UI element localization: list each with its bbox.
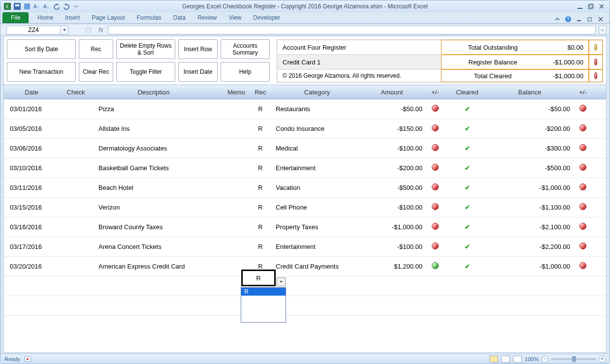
view-page-layout-button[interactable] <box>501 356 510 363</box>
redo-icon[interactable] <box>63 2 70 10</box>
tab-home[interactable]: Home <box>32 12 59 23</box>
cell-balance[interactable]: -$300.00 <box>489 145 573 152</box>
cell-date[interactable]: 03/17/2016 <box>7 243 56 250</box>
cell-rec[interactable]: R <box>248 204 273 211</box>
cell-balance[interactable]: -$2,100.00 <box>489 223 573 231</box>
cancel-formula-icon[interactable] <box>83 26 93 34</box>
col-amount[interactable]: Amount <box>361 89 425 96</box>
cell-date[interactable]: 03/05/2016 <box>7 125 56 132</box>
cell-rec[interactable]: R <box>248 145 273 152</box>
cell-amount[interactable]: -$1,000.00 <box>361 223 425 231</box>
save-icon[interactable] <box>13 2 21 10</box>
blank-row[interactable] <box>4 296 606 316</box>
file-tab[interactable]: File <box>2 12 29 23</box>
cell-description[interactable]: Beach Hotel <box>96 184 209 191</box>
cell-date[interactable]: 03/06/2016 <box>7 145 56 152</box>
delete-empty-rows-button[interactable]: Delete Empty Rows & Sort <box>116 39 175 59</box>
col-date[interactable]: Date <box>7 89 56 96</box>
cell-category[interactable]: Restaurants <box>273 105 361 113</box>
workbook-minimize-icon[interactable] <box>575 15 583 23</box>
sort-by-date-button[interactable]: Sort By Date <box>7 39 76 59</box>
cell-balance[interactable]: -$1,000.00 <box>489 184 573 191</box>
table-row[interactable]: 03/01/2016PizzaRRestaurants-$50.00✔-$50.… <box>4 99 606 119</box>
new-transaction-button[interactable]: New Transaction <box>7 62 76 82</box>
cell-amount[interactable]: -$100.00 <box>361 243 425 250</box>
cell-amount[interactable]: $1,200.00 <box>361 263 425 270</box>
formula-input[interactable] <box>108 26 596 34</box>
tab-formulas[interactable]: Formulas <box>131 12 167 23</box>
table-row[interactable]: 03/20/2016American Express Credit CardRC… <box>4 257 606 276</box>
qat-sort-desc-icon[interactable]: A↓ <box>43 2 51 10</box>
undo-icon[interactable] <box>53 2 61 10</box>
tab-data[interactable]: Data <box>167 12 192 23</box>
ribbon-collapse-icon[interactable] <box>553 15 561 23</box>
table-row[interactable]: 03/10/2016Basketball Game TicketsREntert… <box>4 158 606 178</box>
cell-description[interactable]: Arena Concert Tickets <box>96 243 209 250</box>
cell-balance[interactable]: -$2,200.00 <box>489 243 573 250</box>
active-cell[interactable]: R <box>241 270 276 286</box>
cell-cleared[interactable]: ✔ <box>445 164 489 172</box>
cell-category[interactable]: Medical <box>273 145 361 152</box>
qat-icon[interactable] <box>23 2 31 10</box>
table-row[interactable]: 03/06/2016Dermatology AssociatesRMedical… <box>4 139 606 158</box>
cell-date[interactable]: 03/15/2016 <box>7 204 56 211</box>
col-balance[interactable]: Balance <box>489 89 573 96</box>
zoom-percent[interactable]: 100% <box>525 356 539 362</box>
cell-rec[interactable]: R <box>248 243 273 250</box>
col-pm2[interactable]: +/- <box>573 89 593 96</box>
col-category[interactable]: Category <box>273 89 361 96</box>
cell-category[interactable]: Property Taxes <box>273 223 361 231</box>
cell-cleared[interactable]: ✔ <box>445 105 489 113</box>
tab-page-layout[interactable]: Page Layout <box>86 12 130 23</box>
cell-amount[interactable]: -$100.00 <box>361 145 425 152</box>
cell-balance[interactable]: -$1,000.00 <box>489 263 573 270</box>
fx-icon[interactable]: fx <box>96 26 106 34</box>
toggle-filter-button[interactable]: Toggle Filter <box>116 62 175 82</box>
table-row[interactable]: 03/15/2016VerizonRCell Phone-$100.00✔-$1… <box>4 198 606 217</box>
cell-description[interactable]: Basketball Game Tickets <box>96 164 209 172</box>
view-normal-button[interactable] <box>489 356 498 363</box>
blank-row[interactable] <box>4 276 606 296</box>
cell-balance[interactable]: -$50.00 <box>489 105 573 113</box>
formula-expand-icon[interactable] <box>599 26 607 34</box>
cell-description[interactable]: Allstate Ins <box>96 125 209 132</box>
restore-icon[interactable] <box>587 2 595 10</box>
table-row[interactable]: 03/16/2016Broward County TaxesRProperty … <box>4 217 606 237</box>
table-row[interactable]: 03/05/2016Allstate InsRCondo Insurance-$… <box>4 119 606 139</box>
col-description[interactable]: Description <box>96 89 209 96</box>
cell-amount[interactable]: -$100.00 <box>361 204 425 211</box>
cell-cleared[interactable]: ✔ <box>445 125 489 132</box>
cell-description[interactable]: Pizza <box>96 105 209 113</box>
cell-category[interactable]: Vacation <box>273 184 361 191</box>
insert-row-button[interactable]: Insert Row <box>178 39 218 59</box>
cell-amount[interactable]: -$50.00 <box>361 105 425 113</box>
cell-amount[interactable]: -$500.00 <box>361 184 425 191</box>
tab-developer[interactable]: Developer <box>247 12 286 23</box>
tab-insert[interactable]: Insert <box>59 12 86 23</box>
zoom-out-button[interactable]: − <box>542 356 548 363</box>
zoom-in-button[interactable]: + <box>599 356 606 363</box>
cell-cleared[interactable]: ✔ <box>445 243 489 250</box>
cell-amount[interactable]: -$150.00 <box>361 125 425 132</box>
cell-cleared[interactable]: ✔ <box>445 223 489 231</box>
tab-review[interactable]: Review <box>192 12 223 23</box>
cell-date[interactable]: 03/10/2016 <box>7 164 56 172</box>
cell-rec[interactable]: R <box>248 105 273 113</box>
qat-dropdown-icon[interactable] <box>72 2 80 10</box>
accounts-summary-button[interactable]: Accounts Summary <box>221 39 270 59</box>
cell-rec[interactable]: R <box>248 125 273 132</box>
macro-record-icon[interactable] <box>24 356 31 362</box>
qat-sort-asc-icon[interactable]: A↑ <box>33 2 41 10</box>
col-cleared[interactable]: Cleared <box>445 89 489 96</box>
dropdown-option-r[interactable]: R <box>241 288 286 296</box>
cell-dropdown-button[interactable] <box>277 277 286 286</box>
cell-date[interactable]: 03/16/2016 <box>7 223 56 231</box>
insert-date-button[interactable]: Insert Date <box>178 62 218 82</box>
col-rec[interactable]: Rec <box>248 89 273 96</box>
table-row[interactable]: 03/11/2016Beach HotelRVacation-$500.00✔-… <box>4 178 606 198</box>
cell-date[interactable]: 03/01/2016 <box>7 105 56 113</box>
view-page-break-button[interactable] <box>513 356 522 363</box>
cell-description[interactable]: Verizon <box>96 204 209 211</box>
name-box-dropdown[interactable] <box>61 26 68 34</box>
cell-balance[interactable]: -$500.00 <box>489 164 573 172</box>
